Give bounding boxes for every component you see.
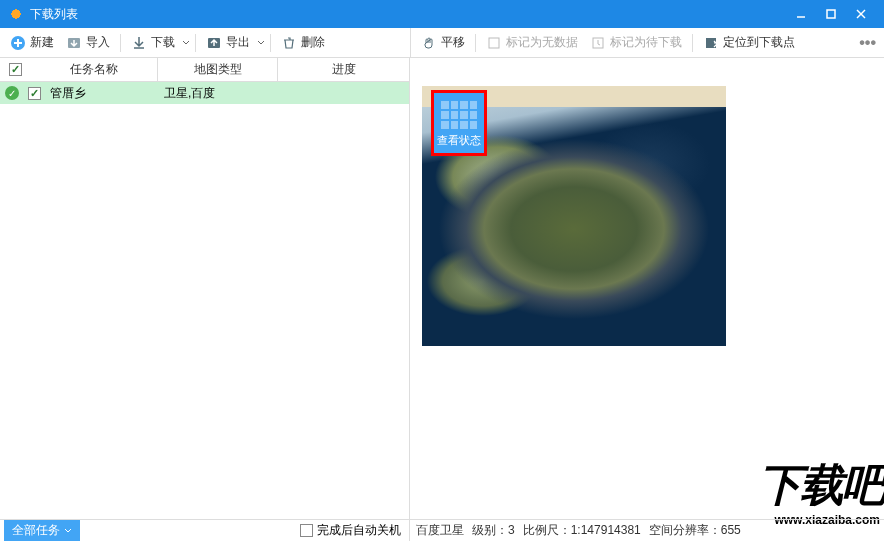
locate-label: 定位到下载点 bbox=[723, 34, 795, 51]
toolbar-left: 新建 导入 下载 导出 删除 bbox=[0, 28, 410, 57]
pending-tile-icon bbox=[590, 35, 606, 51]
footer-left: 全部任务 完成后自动关机 bbox=[0, 520, 410, 541]
download-dropdown[interactable] bbox=[181, 39, 191, 47]
all-tasks-button[interactable]: 全部任务 bbox=[4, 520, 80, 541]
header-progress[interactable]: 进度 bbox=[278, 58, 409, 81]
toolbar-right: 平移 标记为无数据 标记为待下载 定位到下载点 ••• bbox=[410, 28, 884, 57]
download-label: 下载 bbox=[151, 34, 175, 51]
checkbox-cell bbox=[24, 87, 44, 100]
all-tasks-label: 全部任务 bbox=[12, 522, 60, 539]
task-list-pane: 任务名称 地图类型 进度 ✓ 管厝乡 卫星,百度 bbox=[0, 58, 410, 519]
check-circle-icon: ✓ bbox=[5, 86, 19, 100]
view-status-label: 查看状态 bbox=[437, 133, 481, 148]
new-label: 新建 bbox=[30, 34, 54, 51]
row-checkbox[interactable] bbox=[28, 87, 41, 100]
map-pane: 查看状态 bbox=[410, 58, 884, 519]
hand-icon bbox=[421, 35, 437, 51]
locate-button[interactable]: 定位到下载点 bbox=[697, 31, 801, 55]
status-bar: 百度卫星 级别：3 比例尺：1:147914381 空间分辨率：655 bbox=[410, 520, 884, 541]
separator bbox=[270, 34, 271, 52]
export-icon bbox=[206, 35, 222, 51]
window-title: 下载列表 bbox=[30, 6, 786, 23]
delete-label: 删除 bbox=[301, 34, 325, 51]
export-dropdown[interactable] bbox=[256, 39, 266, 47]
header-name[interactable]: 任务名称 bbox=[30, 58, 158, 81]
export-button[interactable]: 导出 bbox=[200, 31, 256, 55]
auto-shutdown-checkbox[interactable] bbox=[300, 524, 313, 537]
status-scale: 比例尺：1:147914381 bbox=[523, 522, 641, 539]
new-button[interactable]: 新建 bbox=[4, 31, 60, 55]
status-level: 级别：3 bbox=[472, 522, 515, 539]
auto-shutdown-toggle[interactable]: 完成后自动关机 bbox=[300, 522, 401, 539]
header-checkbox-cell bbox=[0, 63, 30, 76]
trash-icon bbox=[281, 35, 297, 51]
view-status-button[interactable]: 查看状态 bbox=[431, 90, 487, 156]
table-row[interactable]: ✓ 管厝乡 卫星,百度 bbox=[0, 82, 409, 104]
maximize-button[interactable] bbox=[816, 0, 846, 28]
export-label: 导出 bbox=[226, 34, 250, 51]
separator bbox=[195, 34, 196, 52]
pan-button[interactable]: 平移 bbox=[415, 31, 471, 55]
download-button[interactable]: 下载 bbox=[125, 31, 181, 55]
footer: 全部任务 完成后自动关机 百度卫星 级别：3 比例尺：1:147914381 空… bbox=[0, 519, 884, 541]
pan-label: 平移 bbox=[441, 34, 465, 51]
chevron-down-icon bbox=[64, 527, 72, 535]
mark-nodata-label: 标记为无数据 bbox=[506, 34, 578, 51]
separator bbox=[120, 34, 121, 52]
header-type[interactable]: 地图类型 bbox=[158, 58, 278, 81]
table-header: 任务名称 地图类型 进度 bbox=[0, 58, 409, 82]
status-cell: ✓ bbox=[0, 86, 24, 100]
title-bar: 下载列表 bbox=[0, 0, 884, 28]
svg-rect-10 bbox=[489, 38, 499, 48]
plus-icon bbox=[10, 35, 26, 51]
close-button[interactable] bbox=[846, 0, 876, 28]
status-source: 百度卫星 bbox=[416, 522, 464, 539]
content-area: 任务名称 地图类型 进度 ✓ 管厝乡 卫星,百度 查看状态 bbox=[0, 58, 884, 519]
more-button[interactable]: ••• bbox=[851, 34, 884, 52]
empty-tile-icon bbox=[486, 35, 502, 51]
table-body: ✓ 管厝乡 卫星,百度 bbox=[0, 82, 409, 519]
delete-button[interactable]: 删除 bbox=[275, 31, 331, 55]
toolbar: 新建 导入 下载 导出 删除 平移 标记为无数据 标记为待下载 定位到下载点 •… bbox=[0, 28, 884, 58]
map-type: 卫星,百度 bbox=[158, 85, 278, 102]
mark-nodata-button[interactable]: 标记为无数据 bbox=[480, 31, 584, 55]
mark-todownload-button[interactable]: 标记为待下载 bbox=[584, 31, 688, 55]
svg-rect-1 bbox=[827, 10, 835, 18]
mark-todownload-label: 标记为待下载 bbox=[610, 34, 682, 51]
import-button[interactable]: 导入 bbox=[60, 31, 116, 55]
status-resolution: 空间分辨率：655 bbox=[649, 522, 741, 539]
import-label: 导入 bbox=[86, 34, 110, 51]
task-name: 管厝乡 bbox=[44, 85, 158, 102]
minimize-button[interactable] bbox=[786, 0, 816, 28]
separator bbox=[692, 34, 693, 52]
download-icon bbox=[131, 35, 147, 51]
select-all-checkbox[interactable] bbox=[9, 63, 22, 76]
auto-shutdown-label: 完成后自动关机 bbox=[317, 522, 401, 539]
locate-icon bbox=[703, 35, 719, 51]
separator bbox=[475, 34, 476, 52]
app-icon bbox=[8, 6, 24, 22]
import-icon bbox=[66, 35, 82, 51]
grid-icon bbox=[439, 99, 479, 131]
